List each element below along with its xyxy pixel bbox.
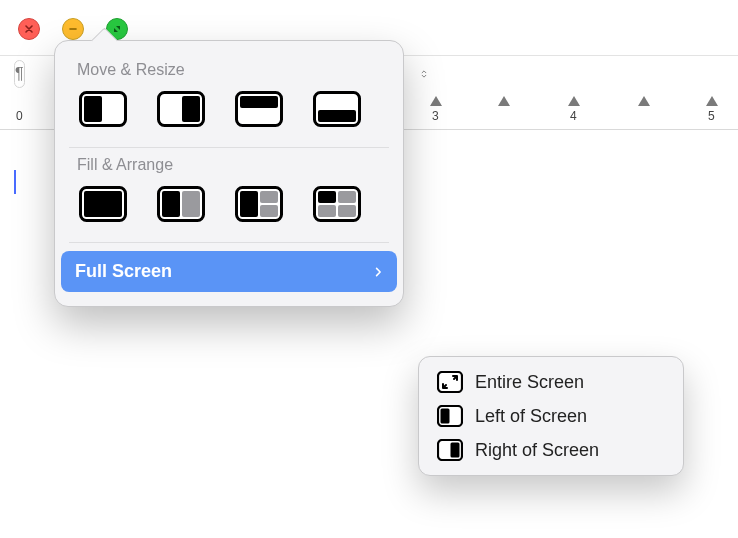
arrange-left-quarters-icon[interactable]	[235, 186, 283, 222]
ruler-tick-3: 3	[432, 109, 439, 123]
chevron-right-icon	[373, 267, 383, 277]
tile-left-half-icon[interactable]	[79, 91, 127, 127]
minimize-window-button[interactable]	[62, 18, 84, 40]
submenu-label: Entire Screen	[475, 372, 584, 393]
ruler-tick-5: 5	[708, 109, 715, 123]
left-of-screen-icon	[437, 405, 463, 427]
tab-stop-marker[interactable]	[706, 96, 718, 106]
tab-stop-marker[interactable]	[430, 96, 442, 106]
close-window-button[interactable]	[18, 18, 40, 40]
font-family-dropdown[interactable]	[419, 61, 429, 87]
svg-rect-5	[240, 96, 278, 108]
text-cursor	[14, 170, 16, 194]
submenu-right-of-screen[interactable]: Right of Screen	[425, 433, 677, 467]
arrange-quarters-icon[interactable]	[313, 186, 361, 222]
move-resize-row	[55, 89, 403, 143]
popover-divider	[69, 242, 389, 243]
window-tiling-popover: Move & Resize Fill & Arrange Full Scr	[54, 40, 404, 307]
svg-rect-22	[438, 372, 462, 392]
updown-icon	[419, 69, 429, 79]
tab-stop-marker[interactable]	[498, 96, 510, 106]
tab-stop-marker[interactable]	[638, 96, 650, 106]
svg-rect-12	[182, 191, 200, 217]
tile-bottom-half-icon[interactable]	[313, 91, 361, 127]
svg-rect-20	[318, 205, 336, 217]
ruler-tick-0: 0	[16, 109, 23, 123]
svg-rect-15	[260, 191, 278, 203]
pilcrow-icon: ¶	[15, 65, 24, 83]
arrange-left-right-icon[interactable]	[157, 186, 205, 222]
svg-rect-9	[84, 191, 122, 217]
svg-rect-18	[318, 191, 336, 203]
tab-stop-marker[interactable]	[568, 96, 580, 106]
svg-rect-24	[441, 409, 450, 424]
fill-screen-icon[interactable]	[79, 186, 127, 222]
section-label-move-resize: Move & Resize	[55, 57, 403, 89]
svg-rect-26	[451, 443, 460, 458]
svg-rect-11	[162, 191, 180, 217]
svg-rect-16	[260, 205, 278, 217]
popover-divider	[69, 147, 389, 148]
svg-rect-3	[182, 96, 200, 122]
svg-rect-1	[84, 96, 102, 122]
submenu-entire-screen[interactable]: Entire Screen	[425, 365, 677, 399]
svg-rect-21	[338, 205, 356, 217]
submenu-label: Right of Screen	[475, 440, 599, 461]
right-of-screen-icon	[437, 439, 463, 461]
svg-rect-19	[338, 191, 356, 203]
svg-rect-7	[318, 110, 356, 122]
entire-screen-icon	[437, 371, 463, 393]
fill-arrange-row	[55, 184, 403, 238]
ruler-tick-4: 4	[570, 109, 577, 123]
submenu-left-of-screen[interactable]: Left of Screen	[425, 399, 677, 433]
submenu-label: Left of Screen	[475, 406, 587, 427]
paragraph-style-dropdown[interactable]: ¶	[14, 60, 25, 88]
tile-right-half-icon[interactable]	[157, 91, 205, 127]
tile-top-half-icon[interactable]	[235, 91, 283, 127]
full-screen-submenu: Entire Screen Left of Screen Right of Sc…	[418, 356, 684, 476]
full-screen-menu-item[interactable]: Full Screen	[61, 251, 397, 292]
section-label-fill-arrange: Fill & Arrange	[55, 152, 403, 184]
full-screen-label: Full Screen	[75, 261, 172, 282]
svg-rect-14	[240, 191, 258, 217]
